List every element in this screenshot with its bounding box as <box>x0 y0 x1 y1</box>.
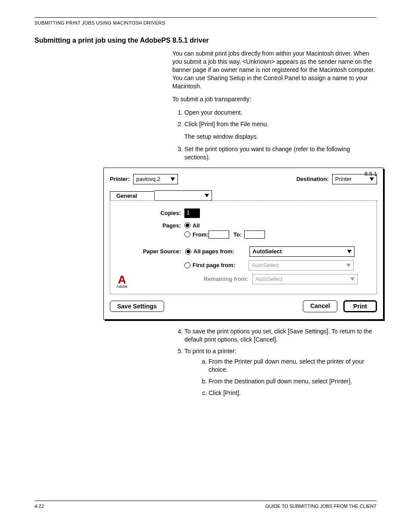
chevron-down-icon <box>347 250 352 253</box>
copies-label: Copies: <box>116 210 184 216</box>
step-2-note: The setup window displays. <box>184 133 377 141</box>
destination-value: Printer <box>335 176 352 182</box>
ps-first-dropdown: AutoSelect <box>249 260 354 271</box>
ps-first-label: First page from: <box>193 262 249 268</box>
pages-all-radio[interactable] <box>184 222 190 228</box>
ps-all-label: All pages from: <box>193 248 249 255</box>
ps-first-value: AutoSelect <box>252 262 279 268</box>
save-settings-button[interactable]: Save Settings <box>110 301 164 312</box>
step-5: To print to a printer: From the Printer … <box>184 347 377 397</box>
adobe-logo: A Adobe <box>116 275 128 289</box>
copies-input[interactable]: 1 <box>184 208 200 218</box>
dialog-version: 8.5.1 <box>364 171 377 177</box>
print-button[interactable]: Print <box>343 300 377 312</box>
pages-to-input[interactable] <box>244 230 265 239</box>
step-5c: Click [Print]. <box>209 389 377 397</box>
lead-in: To submit a job transparently: <box>172 95 377 103</box>
chevron-down-icon <box>205 194 209 197</box>
pages-from-label: From: <box>193 231 209 238</box>
chevron-down-icon <box>171 177 175 181</box>
step-4: To save the print options you set, click… <box>184 327 377 344</box>
ps-remaining-label: Remaining from: <box>192 276 252 282</box>
step-5a: From the Printer pull down menu, select … <box>209 358 377 374</box>
step-5b: From the Destination pull down menu, sel… <box>209 377 377 386</box>
step-2: Click [Print] from the File menu. The se… <box>184 120 377 141</box>
step-1: Open your document. <box>184 109 377 117</box>
ps-all-value: AutoSelect <box>252 248 282 255</box>
destination-label: Destination: <box>296 176 329 182</box>
panel-name: General <box>110 191 155 200</box>
papersource-label: Paper Source: <box>116 248 185 255</box>
panel-dropdown[interactable] <box>155 190 212 201</box>
pages-from-input[interactable] <box>209 230 229 239</box>
general-panel: Copies: 1 Pages: All From: To: Paper Sou… <box>110 200 377 294</box>
printer-label: Printer: <box>110 176 130 182</box>
step-5-text: To print to a printer: <box>184 348 237 355</box>
pages-label: Pages: <box>116 222 184 229</box>
ps-first-radio[interactable] <box>184 262 190 268</box>
pages-all-label: All <box>193 222 200 229</box>
print-dialog: 8.5.1 Printer: pavlovq 2 Destination: Pr… <box>103 168 383 320</box>
ps-all-dropdown[interactable]: AutoSelect <box>249 246 355 257</box>
chevron-down-icon <box>346 264 351 267</box>
chevron-down-icon <box>350 277 355 281</box>
step-3: Set the print options you want to change… <box>184 145 377 162</box>
intro-paragraph: You can submit print jobs directly from … <box>172 50 377 90</box>
printer-value: pavlovq 2 <box>136 176 160 182</box>
cancel-button[interactable]: Cancel <box>303 300 337 312</box>
running-head: SUBMITTING PRINT JOBS USING MACINTOSH DR… <box>34 20 377 25</box>
chevron-down-icon <box>370 177 374 181</box>
ps-remaining-dropdown: AutoSelect <box>252 274 358 284</box>
ps-remaining-value: AutoSelect <box>255 276 283 282</box>
section-title: Submitting a print job using the AdobePS… <box>34 37 377 44</box>
step-2-text: Click [Print] from the File menu. <box>184 121 268 128</box>
pages-range-radio[interactable] <box>184 231 190 237</box>
ps-all-radio[interactable] <box>185 249 191 255</box>
pages-to-label: To: <box>234 231 242 238</box>
page-number: 4-22 <box>34 504 44 509</box>
printer-dropdown[interactable]: pavlovq 2 <box>133 174 178 184</box>
footer-title: GUIDE TO SUBMITTING JOBS FROM THE CLIENT <box>265 504 377 509</box>
adobe-caption: Adobe <box>116 284 128 289</box>
